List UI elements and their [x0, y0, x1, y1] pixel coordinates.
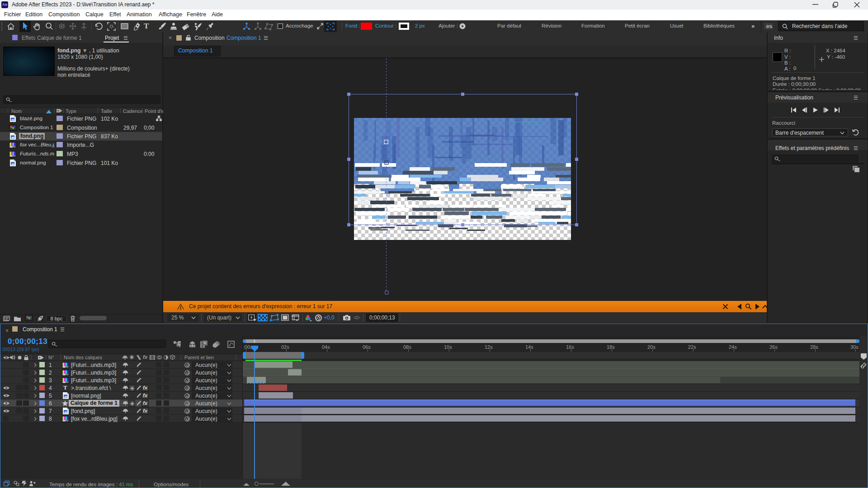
svg-text:⇅: ⇅	[769, 24, 773, 29]
